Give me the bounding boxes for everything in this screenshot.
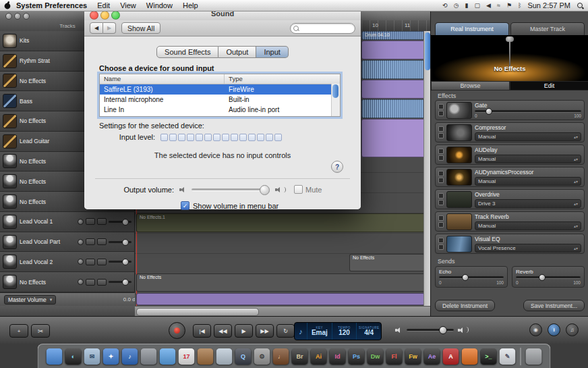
effect-preset-menu[interactable]: Manual▴▾	[475, 177, 581, 186]
loop-browser-button[interactable]: ◉	[529, 323, 542, 336]
menu-edit[interactable]: Edit	[97, 1, 110, 9]
dock-icon-terminal[interactable]: >_	[481, 348, 497, 365]
battery-icon[interactable]: ▮	[465, 2, 469, 9]
effect-on-toggle[interactable]	[438, 104, 444, 109]
editor-button[interactable]: ✂	[31, 324, 50, 338]
track-row-lead-vocal-2[interactable]: Lead Vocal 2	[0, 252, 135, 272]
effect-row-track-reverb[interactable]: Track ReverbManual▴▾	[435, 211, 585, 232]
menu-help[interactable]: Help	[183, 1, 198, 9]
tab-master-track[interactable]: Master Track	[510, 22, 585, 35]
display-icon[interactable]: ▢	[475, 2, 481, 9]
dock-icon-adobe-photoshop[interactable]: Ps	[349, 348, 365, 365]
mute-button[interactable]	[86, 238, 95, 245]
volume-icon[interactable]: ◀	[486, 2, 491, 9]
slider-knob[interactable]	[122, 259, 129, 265]
dock-icon-trash[interactable]	[526, 348, 542, 365]
column-header-name[interactable]: Name	[100, 74, 225, 84]
volume-slider-track[interactable]	[407, 329, 454, 332]
effect-lock-toggle[interactable]	[438, 200, 444, 205]
effect-preset-menu[interactable]: Manual▴▾	[475, 221, 581, 230]
record-enable-button[interactable]	[78, 259, 84, 265]
tab-browse[interactable]: Browse	[431, 81, 510, 90]
dock-icon-adobe-bridge[interactable]: Br	[292, 348, 308, 365]
output-volume-knob[interactable]	[260, 185, 270, 195]
timeline-region[interactable]: No Effects.1	[136, 213, 426, 232]
dock-icon-adobe-dreamweaver[interactable]: Dw	[368, 348, 384, 365]
effect-preset-menu[interactable]: Vocal Presence▴▾	[475, 244, 581, 253]
effect-lock-toggle[interactable]	[438, 111, 444, 116]
menu-bar-clock[interactable]: Sun 2:57 PM	[527, 1, 570, 9]
effect-row-gate[interactable]: Gate0100	[435, 100, 585, 120]
back-button[interactable]: ◀	[90, 22, 103, 34]
record-enable-button[interactable]	[78, 279, 84, 285]
timeline-region[interactable]	[361, 119, 429, 157]
track-volume-slider[interactable]	[109, 281, 131, 283]
effect-on-toggle[interactable]	[438, 171, 444, 176]
menu-view[interactable]: View	[120, 1, 136, 9]
dock-icon-ichat[interactable]	[160, 348, 176, 365]
lcd-mode-icon[interactable]: ♪	[295, 323, 307, 340]
dock-icon-acrobat[interactable]: A	[443, 348, 459, 365]
dock-icon-iphoto[interactable]	[141, 348, 157, 365]
effect-row-audynamicsprocessor[interactable]: AUDynamicsProcessorManual▴▾	[435, 167, 585, 187]
mute-button[interactable]	[86, 279, 95, 286]
send-echo[interactable]: Echo0100	[435, 266, 508, 288]
show-volume-checkbox[interactable]: ✓	[181, 201, 189, 210]
effect-row-overdrive[interactable]: OverdriveDrive 3▴▾	[435, 189, 585, 209]
master-track-row[interactable]: Master Volume ▾ 0.0 dB	[0, 292, 144, 307]
effect-preset-menu[interactable]: Manual▴▾	[475, 155, 581, 163]
timeline-region[interactable]	[361, 80, 429, 99]
effect-preset-menu[interactable]: Manual▴▾	[475, 132, 581, 141]
media-browser-button[interactable]: ♫	[566, 323, 579, 336]
send-reverb[interactable]: Reverb0100	[512, 266, 585, 288]
slider-knob[interactable]	[462, 274, 469, 281]
device-row-internal-microphone[interactable]: Internal microphoneBuilt-in	[100, 95, 340, 105]
track-volume-slider[interactable]	[109, 241, 131, 243]
lcd-tempo-cell[interactable]: TEMPO 120	[332, 323, 357, 340]
dock-icon-garageband[interactable]: ♩	[273, 348, 289, 365]
master-volume-popup[interactable]: Master Volume ▾	[4, 295, 56, 305]
slider-knob[interactable]	[539, 274, 546, 281]
column-header-type[interactable]: Type	[225, 74, 340, 84]
effect-on-toggle[interactable]	[438, 149, 444, 154]
input-source-flag-icon[interactable]: ⚑	[506, 2, 512, 9]
lcd-signature-cell[interactable]: SIGNATURE 4/4	[357, 323, 381, 340]
dock-icon-finder[interactable]	[47, 348, 63, 365]
scrollbar-thumb[interactable]	[425, 32, 430, 70]
menu-system-preferences[interactable]: System Preferences	[16, 1, 87, 9]
solo-button[interactable]	[97, 218, 107, 225]
effect-slider[interactable]: 0100	[475, 110, 581, 118]
timeline-region[interactable]	[361, 99, 429, 118]
bluetooth-icon[interactable]: ᛒ	[518, 2, 521, 9]
record-button[interactable]	[169, 322, 185, 339]
record-enable-button[interactable]	[78, 239, 84, 245]
timeline-region[interactable]	[361, 41, 429, 59]
dock-icon-adobe-fireworks[interactable]: Fw	[405, 348, 421, 365]
timeline-region[interactable]: No Effects	[349, 254, 425, 271]
search-input[interactable]	[290, 23, 355, 34]
delete-instrument-button[interactable]: Delete Instrument	[435, 300, 495, 311]
dock-icon-preview[interactable]	[216, 348, 233, 365]
track-volume-slider[interactable]	[109, 261, 131, 263]
solo-button[interactable]	[97, 238, 107, 245]
tab-sound-effects[interactable]: Sound Effects	[156, 46, 218, 58]
device-table[interactable]: NameType SaffireLE (3193)FireWireInterna…	[99, 74, 341, 117]
play-button[interactable]: ▶	[235, 324, 253, 338]
slider-track[interactable]	[516, 276, 581, 279]
timeline-region[interactable]	[136, 293, 425, 305]
minimize-icon[interactable]	[14, 13, 21, 20]
dock-icon-ical[interactable]: 17	[179, 348, 195, 365]
dock-icon-adobe-illustrator[interactable]: Ai	[311, 348, 327, 365]
timeline-region[interactable]: Drum 04.10	[361, 31, 429, 40]
mute-button[interactable]	[86, 218, 95, 225]
effect-lock-toggle[interactable]	[438, 178, 444, 183]
cycle-button[interactable]: ↻	[276, 324, 295, 338]
track-volume-slider[interactable]	[109, 221, 131, 223]
dock-icon-quicktime[interactable]: Q	[235, 348, 252, 365]
fast-forward-button[interactable]: ▶▶	[256, 324, 274, 338]
lcd-display[interactable]: ♪ KEY Emaj TEMPO 120 SIGNATURE 4/4	[294, 322, 382, 340]
slider-track[interactable]	[475, 110, 581, 113]
effect-on-toggle[interactable]	[438, 193, 444, 199]
dock-icon-adobe-flash[interactable]: Fl	[386, 348, 403, 365]
forward-button[interactable]: ▶	[103, 22, 116, 34]
